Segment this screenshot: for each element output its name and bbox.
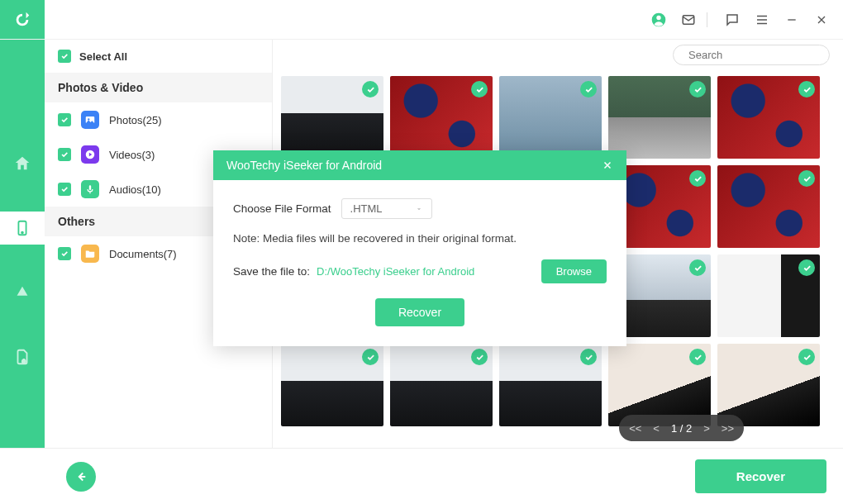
checkmark-badge [362,81,379,97]
checkmark-badge [798,170,815,187]
category-label: Photos(25) [109,114,162,126]
audio-icon [81,180,99,198]
thumbnail[interactable] [608,344,711,426]
thumbnail[interactable] [608,76,711,159]
nav-recover-file[interactable]: ! [0,340,45,373]
pager-first[interactable]: << [629,422,641,435]
checkbox-icon [58,247,71,260]
checkbox-icon [58,113,71,126]
pager-prev[interactable]: < [653,422,660,435]
section-head-media: Photos & Video [45,73,272,102]
checkmark-badge [689,81,706,97]
modal-recover-button[interactable]: Recover [375,298,464,326]
footer-bar: Recover [0,448,843,504]
search-input-wrap[interactable] [673,45,830,65]
thumbnail[interactable] [281,344,383,426]
checkmark-badge [471,81,488,97]
pager: << < 1 / 2 > >> [619,415,744,441]
titlebar [0,0,843,40]
save-to-label: Save the file to: [233,265,310,278]
checkbox-icon [58,50,71,63]
thumbnail[interactable] [390,76,493,159]
svg-rect-10 [89,185,91,190]
thumbnail[interactable] [717,165,820,248]
chevron-down-icon [415,205,423,213]
feedback-icon[interactable] [721,8,744,31]
format-select[interactable]: .HTML [341,198,432,219]
checkmark-badge [798,259,815,276]
svg-point-4 [21,232,23,234]
close-button[interactable] [810,8,833,31]
checkmark-badge [689,170,706,187]
nav-rail: ! [0,40,45,448]
checkmark-badge [362,349,379,365]
pager-next[interactable]: > [703,422,710,435]
brand-logo [0,0,45,39]
thumbnail[interactable] [499,76,602,159]
checkmark-badge [689,349,706,365]
thumbnail[interactable] [390,344,493,426]
svg-point-8 [88,118,89,120]
save-path: D:/WooTechy iSeeker for Android [317,265,535,278]
folder-icon [81,245,99,263]
choose-format-label: Choose File Format [233,202,331,215]
back-button[interactable] [66,462,96,492]
minimize-button[interactable] [780,8,803,31]
checkmark-badge [798,349,815,365]
svg-point-1 [656,15,660,19]
checkmark-badge [689,259,706,276]
modal-close-button[interactable] [602,159,613,171]
thumbnail[interactable] [717,344,820,426]
account-icon[interactable] [647,8,670,31]
format-value: .HTML [350,202,383,215]
checkmark-badge [471,349,488,365]
thumbnail[interactable] [717,254,820,337]
category-item[interactable]: Photos(25) [45,102,272,137]
divider [707,12,707,27]
recover-button[interactable]: Recover [695,459,826,493]
thumbnail[interactable] [281,76,383,159]
recover-modal: WooTechy iSeeker for Android Choose File… [213,150,626,346]
modal-title: WooTechy iSeeker for Android [226,159,382,172]
browse-button[interactable]: Browse [541,259,607,283]
checkbox-icon [58,148,71,161]
modal-header: WooTechy iSeeker for Android [213,150,626,180]
category-label: Documents(7) [109,248,177,260]
select-all-label: Select All [79,50,127,63]
category-label: Videos(3) [109,149,155,161]
svg-text:!: ! [23,359,24,364]
thumbnail[interactable] [717,76,820,159]
select-all-row[interactable]: Select All [45,40,272,73]
nav-cloud[interactable] [0,276,45,309]
nav-home[interactable] [0,147,45,180]
thumbnail[interactable] [499,344,602,426]
checkmark-badge [798,81,815,97]
pager-last[interactable]: >> [722,422,734,435]
photo-icon [81,111,99,129]
nav-phone[interactable] [0,212,45,245]
search-input[interactable] [688,49,827,61]
menu-icon[interactable] [750,8,774,31]
pager-status: 1 / 2 [671,422,692,435]
category-label: Audios(10) [109,183,161,196]
checkmark-badge [580,349,597,365]
checkmark-badge [580,81,597,97]
modal-note: Note: Media files will be recovered in t… [233,232,607,245]
video-icon [81,145,99,164]
modal-body: Choose File Format .HTML Note: Media fil… [213,180,626,346]
checkbox-icon [58,183,71,196]
mail-icon[interactable] [677,8,700,31]
